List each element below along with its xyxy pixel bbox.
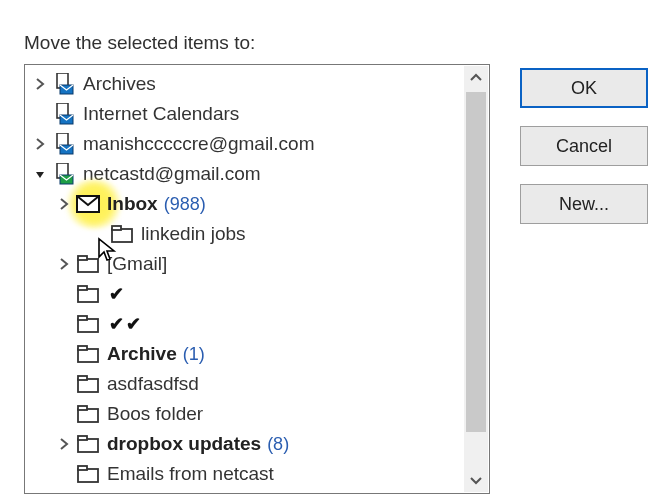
tree-item-label: Archive [101,343,177,365]
tree-item[interactable]: Emails from netcast [29,459,489,489]
datastore-open-icon [51,163,77,185]
tree-item[interactable]: Archive(1) [29,339,489,369]
mail-icon [75,195,101,213]
tree-item-label: manishcccccre@gmail.com [77,133,315,155]
datastore-icon [51,73,77,95]
unread-count: (8) [261,434,289,455]
svg-rect-16 [78,316,87,320]
tree-item[interactable]: [Gmail] [29,249,489,279]
svg-rect-21 [78,409,98,422]
scroll-thumb[interactable] [466,92,486,432]
folder-tree-container: ArchivesInternet Calendarsmanishcccccre@… [24,64,490,494]
tree-item[interactable]: Boos folder [29,399,489,429]
svg-rect-14 [78,286,87,290]
tree-item[interactable]: Archives [29,69,489,99]
tree-item-label: Internet Calendars [77,103,239,125]
tree-item-label: dropbox updates [101,433,261,455]
chevron-right-icon[interactable] [53,258,75,270]
svg-rect-10 [112,226,121,230]
cancel-button[interactable]: Cancel [520,126,648,166]
tree-item[interactable]: manishcccccre@gmail.com [29,129,489,159]
tree-item-label: Inbox [101,193,158,215]
dialog-prompt: Move the selected items to: [24,32,650,54]
tree-item-label: asdfasdfsd [101,373,199,395]
tree-item[interactable]: dropbox updates(8) [29,429,489,459]
svg-rect-20 [78,376,87,380]
svg-rect-13 [78,289,98,302]
tree-item[interactable]: ✔✔ [29,309,489,339]
unread-count: (1) [177,344,205,365]
svg-rect-25 [78,469,98,482]
folder-icon [75,405,101,423]
folder-icon [75,435,101,453]
ok-button[interactable]: OK [520,68,648,108]
tree-item[interactable]: ✔ [29,279,489,309]
folder-icon [75,255,101,273]
check-icon: ✔ [101,283,126,305]
dialog-content: ArchivesInternet Calendarsmanishcccccre@… [24,64,650,494]
new-folder-button[interactable]: New... [520,184,648,224]
scroll-down-icon[interactable] [464,468,488,492]
chevron-right-icon[interactable] [29,138,51,150]
tree-item-label: Archives [77,73,156,95]
svg-rect-17 [78,349,98,362]
svg-rect-23 [78,439,98,452]
chevron-right-icon[interactable] [53,438,75,450]
svg-rect-18 [78,346,87,350]
scroll-up-icon[interactable] [464,66,488,90]
scrollbar[interactable] [464,66,488,492]
chevron-right-icon[interactable] [53,198,75,210]
folder-icon [75,315,101,333]
svg-rect-15 [78,319,98,332]
svg-rect-9 [112,229,132,242]
check-icon: ✔✔ [101,313,143,335]
folder-icon [75,345,101,363]
svg-rect-22 [78,406,87,410]
datastore-icon [51,133,77,155]
dialog-buttons: OK Cancel New... [520,68,648,242]
svg-rect-24 [78,436,87,440]
svg-rect-12 [78,256,87,260]
unread-count: (988) [158,194,206,215]
chevron-right-icon[interactable] [29,78,51,90]
tree-item[interactable]: Inbox(988) [29,189,489,219]
folder-tree[interactable]: ArchivesInternet Calendarsmanishcccccre@… [25,65,489,493]
tree-item-label: Boos folder [101,403,203,425]
folder-icon [109,225,135,243]
move-items-dialog: Move the selected items to: ArchivesInte… [0,0,664,500]
folder-icon [75,285,101,303]
folder-icon [75,465,101,483]
tree-item[interactable]: asdfasdfsd [29,369,489,399]
chevron-down-icon[interactable] [29,168,51,180]
svg-rect-11 [78,259,98,272]
tree-item[interactable]: Internet Calendars [29,99,489,129]
tree-item-label: [Gmail] [101,253,167,275]
tree-item-label: linkedin jobs [135,223,246,245]
tree-item-label: Emails from netcast [101,463,274,485]
svg-rect-19 [78,379,98,392]
datastore-icon [51,103,77,125]
svg-rect-26 [78,466,87,470]
folder-icon [75,375,101,393]
